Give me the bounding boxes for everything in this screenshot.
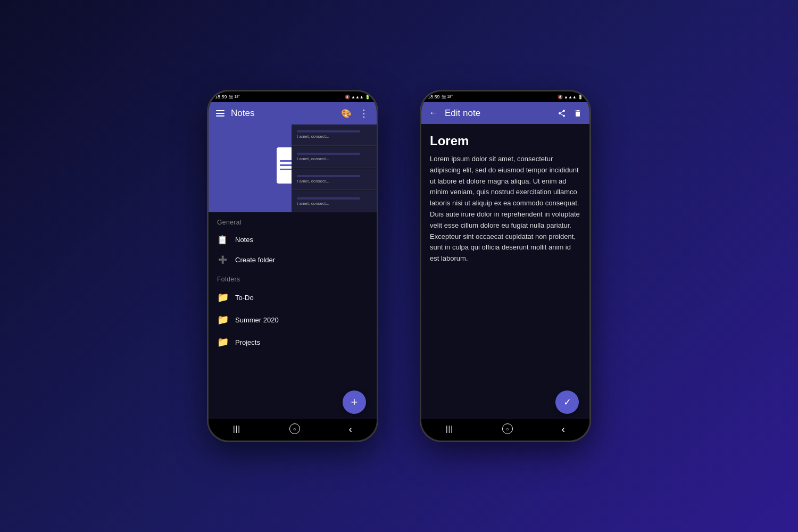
- note-card-text-4: t amet, consect...: [297, 201, 371, 206]
- notes-banner: ✏ t amet, consect... t amet, consect... …: [209, 124, 377, 212]
- phone-sidebar: General 📋 Notes ➕ Create folder Folders …: [209, 212, 377, 419]
- phone-1: 18:59 📷 18° 🔇 ▲▲▲ 🔋 Notes 🎨 ⋮ ✏: [207, 90, 378, 442]
- nav-home-1[interactable]: ○: [289, 423, 300, 434]
- status-icons-left-1: 📷 18°: [229, 95, 240, 99]
- note-card-text-3: t amet, consect...: [297, 179, 371, 184]
- note-title[interactable]: Lorem: [421, 124, 589, 154]
- note-card-2[interactable]: t amet, consect...: [292, 147, 377, 168]
- folders-label: Folders: [209, 269, 377, 286]
- status-right-2: 🔇 ▲▲▲ 🔋: [558, 95, 583, 99]
- app-bar-icons-2: [558, 109, 582, 118]
- sidebar-content: General 📋 Notes ➕ Create folder Folders …: [209, 212, 377, 419]
- folder-todo-label: To-Do: [235, 294, 254, 302]
- note-cards-overlay: t amet, consect... t amet, consect... t …: [292, 124, 377, 212]
- note-card-4[interactable]: t amet, consect...: [292, 191, 377, 212]
- status-icons-right-1: 🔇 ▲▲▲ 🔋: [345, 95, 370, 99]
- status-bar-1: 18:59 📷 18° 🔇 ▲▲▲ 🔋: [209, 92, 377, 102]
- delete-icon[interactable]: [573, 109, 582, 118]
- nav-recent-2[interactable]: |||: [446, 425, 453, 433]
- status-icons-right-2: 🔇 ▲▲▲ 🔋: [558, 95, 583, 99]
- app-bar-icons-1: 🎨 ⋮: [341, 107, 369, 119]
- app-bar-title-1: Notes: [231, 108, 341, 119]
- sidebar-item-notes[interactable]: 📋 Notes: [209, 229, 377, 250]
- status-left-2: 18:59 📷 18°: [428, 94, 453, 99]
- fab-icon: +: [351, 395, 358, 409]
- folder-icon-projects: 📁: [217, 336, 228, 348]
- status-bar-2: 18:59 📷 18° 🔇 ▲▲▲ 🔋: [421, 92, 589, 102]
- sidebar-notes-label: Notes: [235, 236, 253, 244]
- nav-recent-1[interactable]: |||: [233, 425, 240, 433]
- folder-summer-label: Summer 2020: [235, 316, 279, 324]
- phone-2: 18:59 📷 18° 🔇 ▲▲▲ 🔋 ← Edit note L: [420, 90, 591, 442]
- app-bar-2: ← Edit note: [421, 102, 589, 124]
- nav-back-1[interactable]: ‹: [348, 423, 352, 435]
- sidebar-create-folder-label: Create folder: [235, 256, 275, 264]
- folders-list: 📁 To-Do 📁 Summer 2020 📁 Projects: [209, 286, 377, 353]
- hamburger-menu[interactable]: [216, 110, 225, 117]
- status-icons-left-2: 📷 18°: [442, 95, 453, 99]
- nav-bar-1: ||| ○ ‹: [209, 419, 377, 440]
- notes-icon: 📋: [217, 235, 228, 245]
- fab-confirm[interactable]: ✓: [555, 390, 579, 414]
- general-label: General: [209, 212, 377, 229]
- folder-summer[interactable]: 📁 Summer 2020: [209, 309, 377, 331]
- share-icon[interactable]: [558, 109, 566, 118]
- status-left-1: 18:59 📷 18°: [215, 94, 240, 99]
- app-bar-1: Notes 🎨 ⋮: [209, 102, 377, 124]
- note-card-text-1: t amet, consect...: [297, 134, 371, 139]
- folder-projects-label: Projects: [235, 338, 260, 346]
- note-card-1[interactable]: t amet, consect...: [292, 124, 377, 146]
- palette-icon[interactable]: 🎨: [341, 109, 352, 119]
- status-time-1: 18:59: [215, 94, 227, 99]
- edit-note-content: Lorem Lorem ipsum dolor sit amet, consec…: [421, 124, 589, 419]
- create-folder-icon: ➕: [217, 255, 228, 264]
- folder-icon-summer: 📁: [217, 314, 228, 326]
- nav-home-2[interactable]: ○: [502, 423, 513, 434]
- note-body[interactable]: Lorem ipsum dolor sit amet, consectetur …: [421, 154, 589, 419]
- nav-back-2[interactable]: ‹: [561, 423, 565, 435]
- folder-projects[interactable]: 📁 Projects: [209, 331, 377, 353]
- nav-bar-2: ||| ○ ‹: [421, 419, 589, 440]
- note-card-text-2: t amet, consect...: [297, 156, 371, 161]
- fab-confirm-icon: ✓: [563, 396, 571, 408]
- sidebar-item-create-folder[interactable]: ➕ Create folder: [209, 250, 377, 269]
- folder-icon-todo: 📁: [217, 292, 228, 303]
- app-bar-title-2: Edit note: [445, 108, 558, 119]
- more-icon[interactable]: ⋮: [359, 107, 369, 119]
- fab-add-note[interactable]: +: [343, 390, 366, 414]
- back-button[interactable]: ←: [429, 107, 438, 119]
- folder-todo[interactable]: 📁 To-Do: [209, 286, 377, 309]
- status-right-1: 🔇 ▲▲▲ 🔋: [345, 95, 370, 99]
- status-time-2: 18:59: [428, 94, 440, 99]
- note-card-3[interactable]: t amet, consect...: [292, 169, 377, 190]
